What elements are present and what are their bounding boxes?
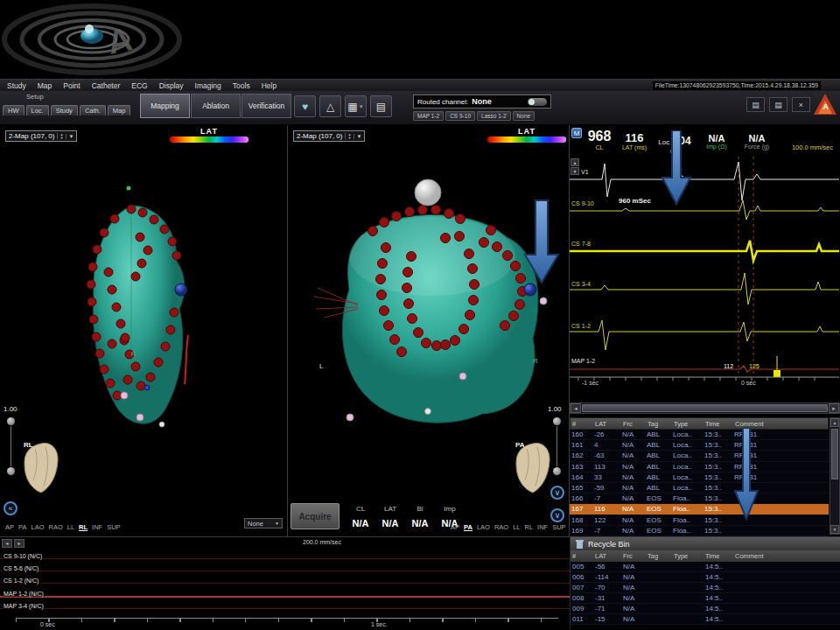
menu-map[interactable]: Map: [38, 81, 52, 90]
zoom-slider-knob[interactable]: [7, 417, 15, 425]
scrollbar-thumb[interactable]: [582, 404, 828, 412]
pan-down-button[interactable]: ∨: [550, 486, 564, 500]
orientation-ll[interactable]: LL: [513, 523, 520, 531]
table-row[interactable]: 165-59N/AABLLoca..15:3..: [570, 483, 829, 494]
gain-down-button[interactable]: ▼: [570, 167, 579, 175]
orientation-sup[interactable]: SUP: [107, 523, 120, 531]
orientation-sup[interactable]: SUP: [552, 523, 565, 531]
orientation-pa[interactable]: PA: [18, 523, 26, 531]
table-row-selected[interactable]: 167116N/AEOSFloa..15:3..: [570, 504, 829, 514]
recycle-row[interactable]: 009-71N/A14:5..: [570, 604, 840, 614]
scroll-left-icon[interactable]: ◄: [570, 403, 581, 413]
mute-icon[interactable]: ×: [792, 97, 810, 112]
catheter-alert-button[interactable]: △: [319, 95, 341, 117]
menu-study[interactable]: Study: [7, 81, 26, 90]
scroll-down-icon[interactable]: ▼: [830, 525, 839, 534]
orientation-lao[interactable]: LAO: [31, 523, 44, 531]
monitor-1-icon[interactable]: ▤: [746, 97, 765, 112]
cell: -26: [594, 430, 622, 438]
imaging-button[interactable]: ▦▼: [345, 95, 367, 117]
recycle-row[interactable]: 005-56N/A14:5..: [570, 562, 840, 572]
menu-tools[interactable]: Tools: [233, 81, 250, 90]
nav-left-icon[interactable]: ◄: [2, 539, 12, 548]
imp-label: Imp: [435, 505, 465, 513]
reference-heart-view[interactable]: RL: [19, 440, 65, 498]
zoom-slider-knob[interactable]: [553, 417, 561, 425]
recycle-row[interactable]: 007-70N/A14:5..: [570, 583, 840, 593]
cath-button[interactable]: Cath.: [80, 105, 106, 116]
table-row[interactable]: 16433N/AABLLoca..15:3..RF# 31: [570, 472, 829, 483]
recycle-row[interactable]: 011-15N/A14:5..: [570, 614, 840, 625]
chevron-down-icon[interactable]: ▼: [354, 134, 361, 139]
table-row[interactable]: 166-7N/AEOSFloa..15:3..: [570, 494, 829, 504]
table-row[interactable]: 163113N/AABLLoca..15:3..RF# 31: [570, 462, 829, 472]
recycle-row[interactable]: 008-31N/A14:5..: [570, 593, 840, 604]
orientation-ll[interactable]: LL: [67, 523, 74, 531]
pan-down-button-2[interactable]: ∨: [550, 508, 564, 522]
signal-scrollbar[interactable]: ◄ ►: [570, 402, 840, 414]
hw-button[interactable]: HW: [3, 105, 24, 116]
table-row[interactable]: 1614N/AABLLoca..15:3..RF# 31: [570, 440, 829, 451]
menu-imaging[interactable]: Imaging: [195, 81, 221, 90]
chip-none[interactable]: None: [513, 111, 536, 121]
study-button[interactable]: Study: [51, 105, 78, 116]
measure-tool-icon[interactable]: M: [571, 128, 582, 138]
scroll-up-icon[interactable]: ▲: [830, 418, 839, 427]
table-row[interactable]: 168122N/AEOSFloa..15:3..: [570, 515, 829, 526]
tab-mapping[interactable]: Mapping: [140, 94, 190, 118]
measure-value-row: N/A N/A N/A N/A: [346, 518, 465, 528]
orientation-inf[interactable]: INF: [537, 523, 548, 531]
orientation-pa[interactable]: PA: [464, 523, 472, 531]
tab-ablation[interactable]: Ablation: [191, 94, 241, 118]
orientation-rl[interactable]: RL: [525, 523, 534, 531]
acquire-button[interactable]: Acquire: [290, 503, 340, 529]
tag-dropdown[interactable]: None ▼: [244, 518, 283, 528]
table-row[interactable]: 162-63N/AABLLoca..15:3..RF# 31: [570, 451, 829, 461]
signal-strip-area[interactable]: ▲ ▼ V1 CS 9-10 CS 7-8 CS 3-4 CS 1-2 MAP …: [570, 157, 840, 402]
tab-verification[interactable]: Verification: [242, 94, 291, 118]
orientation-inf[interactable]: INF: [92, 523, 102, 531]
chip-lasso-1-2[interactable]: Lasso 1-2: [477, 111, 511, 121]
orientation-rl[interactable]: RL: [79, 523, 88, 531]
lat-color-scale: [170, 136, 248, 143]
spinner-icon[interactable]: ▲▼: [345, 133, 351, 139]
menu-ecg[interactable]: ECG: [131, 81, 147, 90]
chip-map-1-2[interactable]: MAP 1-2: [413, 111, 444, 121]
orientation-rao[interactable]: RAO: [48, 523, 62, 531]
spinner-icon[interactable]: ▲▼: [57, 133, 63, 139]
recycle-row[interactable]: 006-114N/A14:5..: [570, 572, 840, 583]
table-row[interactable]: 169-7N/AEOSFloa..15:3..: [570, 526, 829, 536]
loc-button[interactable]: Loc.: [26, 105, 49, 116]
heart-tool-button[interactable]: ♥: [294, 95, 316, 117]
menu-display[interactable]: Display: [159, 81, 184, 90]
table-scrollbar[interactable]: ▲ ▼: [830, 417, 840, 535]
table-row[interactable]: 160-26N/AABLLoca..15:3..RF# 31: [570, 430, 829, 440]
cell: 33: [594, 473, 622, 481]
cell: 005: [572, 563, 595, 570]
orientation-rao[interactable]: RAO: [494, 523, 508, 531]
sweep-speed: 200.0 mm/sec: [303, 539, 341, 545]
chip-cs-9-10[interactable]: CS 9-10: [445, 111, 475, 121]
zoom-slider-knob-2[interactable]: [7, 467, 15, 475]
map-button[interactable]: Map: [108, 105, 131, 116]
map-selector[interactable]: 2-Map (107, 0) ▲▼ ▼: [293, 130, 365, 142]
chevron-down-icon[interactable]: ▼: [66, 134, 74, 139]
map-selector[interactable]: 2-Map (107, 0) ▲▼ ▼: [5, 130, 77, 142]
collapse-round-button[interactable]: «: [4, 501, 18, 515]
orientation-lao[interactable]: LAO: [477, 523, 490, 531]
menu-point[interactable]: Point: [63, 81, 80, 90]
nav-right-icon[interactable]: ►: [14, 539, 24, 548]
routed-channel-toggle[interactable]: [528, 98, 547, 106]
heart-icon: ♥: [302, 101, 308, 113]
orientation-ap[interactable]: AP: [451, 523, 459, 531]
screen-layout-button[interactable]: ▤: [370, 95, 392, 117]
scrollbar-thumb[interactable]: [831, 429, 838, 480]
menu-help[interactable]: Help: [262, 81, 276, 90]
gain-up-button[interactable]: ▲: [570, 158, 579, 166]
reference-heart-view[interactable]: PA: [511, 440, 556, 498]
monitor-2-icon[interactable]: ▤: [769, 97, 788, 112]
scroll-right-icon[interactable]: ►: [829, 403, 839, 413]
orientation-ap[interactable]: AP: [5, 523, 14, 531]
zoom-slider[interactable]: [7, 417, 15, 475]
menu-catheter[interactable]: Catheter: [92, 81, 121, 90]
